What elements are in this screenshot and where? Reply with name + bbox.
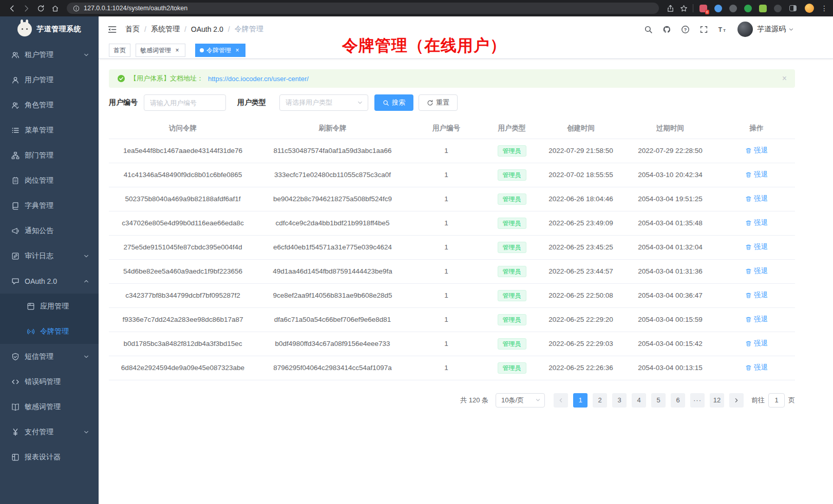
share-icon[interactable] — [664, 2, 676, 14]
sidebar-item[interactable]: OAuth 2.0 — [0, 268, 99, 294]
font-size-icon[interactable]: TT — [713, 16, 731, 42]
browser-profile-avatar[interactable] — [805, 4, 814, 13]
app-logo[interactable]: 芋道管理系统 — [0, 16, 99, 42]
next-page-button[interactable] — [729, 393, 744, 408]
force-logout-button[interactable]: 强退 — [745, 339, 768, 348]
breadcrumb-item[interactable]: 令牌管理 — [235, 25, 263, 34]
force-logout-button[interactable]: 强退 — [745, 146, 768, 155]
sidebar-item[interactable]: 租户管理 — [0, 42, 99, 67]
page-button[interactable]: 1 — [573, 393, 588, 408]
force-logout-button[interactable]: 强退 — [745, 218, 768, 227]
goto-page-input[interactable] — [768, 393, 785, 408]
extension-icon[interactable] — [714, 5, 722, 12]
force-logout-button[interactable]: 强退 — [745, 170, 768, 179]
sidebar-item[interactable]: 报表设计器 — [0, 444, 99, 470]
force-logout-button[interactable]: 强退 — [745, 194, 768, 203]
sidebar-item[interactable]: 岗位管理 — [0, 168, 99, 193]
github-icon[interactable] — [657, 16, 676, 42]
page-button[interactable]: 12 — [710, 393, 724, 408]
page-size-select[interactable]: 10条/页 — [496, 393, 545, 408]
reload-button[interactable] — [34, 2, 47, 15]
site-info-icon[interactable] — [73, 5, 80, 12]
page-button[interactable]: ··· — [690, 393, 705, 408]
sidebar-item[interactable]: 字典管理 — [0, 193, 99, 218]
fullscreen-icon[interactable] — [694, 16, 713, 42]
force-logout-button[interactable]: 强退 — [745, 290, 768, 300]
created-time-cell: 2022-06-25 22:29:20 — [539, 307, 622, 332]
search-icon[interactable] — [639, 16, 657, 42]
extension-icon[interactable] — [744, 5, 752, 12]
user-type-badge: 管理员 — [498, 218, 526, 229]
created-time-cell: 2022-06-26 18:04:46 — [539, 187, 622, 211]
extension-icon[interactable] — [729, 5, 737, 12]
user-id-input[interactable] — [144, 94, 226, 111]
sidebar-item[interactable]: 部门管理 — [0, 143, 99, 168]
user-id-cell: 1 — [408, 259, 484, 283]
user-type-select[interactable]: 请选择用户类型 — [279, 94, 368, 111]
page-button[interactable]: 4 — [632, 393, 646, 408]
reset-button[interactable]: 重置 — [419, 94, 458, 111]
sidebar-item[interactable]: 错误码管理 — [0, 369, 99, 394]
sidebar-item[interactable]: 应用管理 — [0, 294, 99, 319]
sidebar-item[interactable]: 菜单管理 — [0, 118, 99, 143]
forward-button[interactable] — [20, 2, 33, 15]
view-tab[interactable]: 首页 — [109, 44, 130, 57]
browser-menu-icon[interactable]: ⋮ — [821, 4, 828, 12]
sidebar-toggle[interactable] — [99, 16, 125, 42]
force-logout-button[interactable]: 强退 — [745, 242, 768, 251]
toolbar-divider — [693, 4, 693, 12]
sidebar-item[interactable]: 通知公告 — [0, 218, 99, 243]
breadcrumb-item[interactable]: 系统管理 — [151, 25, 180, 34]
success-check-icon — [117, 74, 125, 83]
navbar-actions: ? TT 芋道源码 — [639, 16, 794, 42]
search-button[interactable]: 搜索 — [374, 94, 413, 111]
menu-item-icon — [11, 76, 20, 84]
force-logout-button[interactable]: 强退 — [745, 315, 768, 324]
prev-page-button[interactable] — [554, 393, 568, 408]
sidebar-item[interactable]: 敏感词管理 — [0, 394, 99, 419]
force-logout-button[interactable]: 强退 — [745, 266, 768, 276]
sidebar-item[interactable]: 短信管理 — [0, 344, 99, 369]
menu-item-icon — [11, 177, 20, 185]
tab-split-icon[interactable] — [789, 5, 797, 11]
user-menu-caret-icon[interactable] — [788, 27, 794, 32]
page-button[interactable]: 6 — [671, 393, 685, 408]
bookmark-star-icon[interactable] — [677, 2, 690, 14]
sidebar-item[interactable]: 用户管理 — [0, 67, 99, 92]
view-tab[interactable]: 令牌管理 × — [195, 44, 245, 57]
extension-icon[interactable] — [759, 5, 767, 12]
close-tab-icon[interactable]: × — [234, 47, 241, 54]
annotation-text: 令牌管理（在线用户） — [342, 35, 506, 56]
extension-icon[interactable]: 0 — [699, 5, 707, 12]
sidebar-item[interactable]: 支付管理 — [0, 419, 99, 444]
breadcrumb-item[interactable]: OAuth 2.0 — [191, 25, 223, 33]
menu-item-label: 菜单管理 — [25, 126, 96, 135]
back-button[interactable] — [5, 2, 18, 15]
doc-link[interactable]: https://doc.iocoder.cn/user-center/ — [208, 75, 309, 83]
refresh-token-cell: b0df4980ffd34c67a08f9156e4eee733 — [257, 332, 408, 356]
refresh-token-cell: 811c530487574fa0af1a59d3abc1aa66 — [257, 139, 408, 163]
page-button[interactable]: 3 — [612, 393, 627, 408]
sidebar-item[interactable]: 令牌管理 — [0, 319, 99, 344]
page-button[interactable]: 5 — [651, 393, 666, 408]
username[interactable]: 芋道源码 — [757, 25, 786, 34]
sidebar-item[interactable]: 审计日志 — [0, 243, 99, 268]
menu-item-label: 错误码管理 — [25, 377, 96, 386]
close-tab-icon[interactable]: × — [174, 47, 181, 54]
alert-close-icon[interactable]: × — [782, 74, 787, 83]
page-button[interactable]: 2 — [593, 393, 607, 408]
column-header: 创建时间 — [539, 118, 622, 139]
help-icon[interactable]: ? — [676, 16, 694, 42]
user-type-cell: 管理员 — [484, 187, 539, 211]
user-avatar[interactable] — [737, 22, 753, 37]
sidebar-item[interactable]: 角色管理 — [0, 92, 99, 118]
access-token-cell: 54d6be82ee5a460a9aedc1f9bf223656 — [109, 259, 257, 283]
expire-time-cell: 2022-07-29 22:28:50 — [622, 139, 718, 163]
breadcrumb-item[interactable]: 首页 — [125, 25, 140, 34]
trash-icon — [745, 171, 752, 178]
force-logout-button[interactable]: 强退 — [745, 363, 768, 372]
address-bar[interactable]: 127.0.0.1:1024/system/oauth2/token — [67, 3, 659, 14]
extension-icon[interactable] — [774, 5, 782, 12]
home-button[interactable] — [48, 2, 62, 15]
view-tab[interactable]: 敏感词管理 × — [136, 44, 185, 57]
